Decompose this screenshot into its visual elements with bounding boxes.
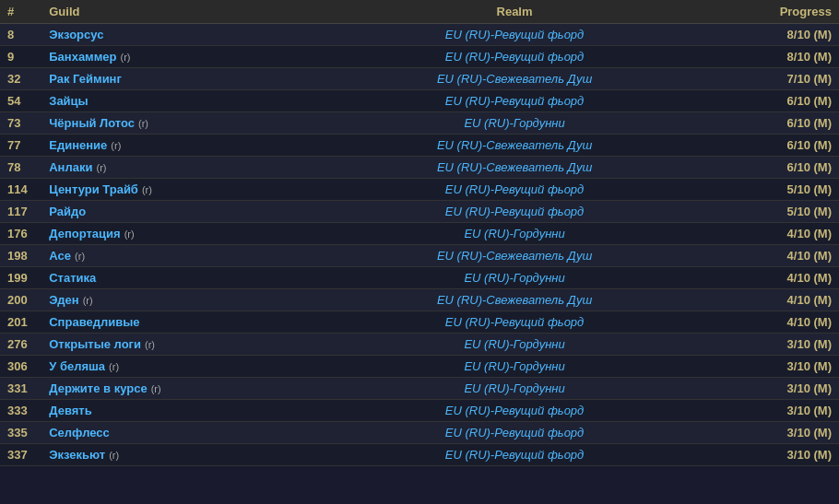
realm-cell[interactable]: EU (RU)-Ревущий фьорд <box>329 46 700 68</box>
guild-name-link[interactable]: Единение <box>49 138 107 152</box>
realm-link[interactable]: EU (RU)-Ревущий фьорд <box>445 182 585 196</box>
realm-cell[interactable]: EU (RU)-Ревущий фьорд <box>329 179 700 201</box>
table-row: 32Рак ГеймингEU (RU)-Свежеватель Душ7/10… <box>0 68 839 90</box>
guild-cell[interactable]: Ace(r) <box>41 245 329 267</box>
r-tag: (r) <box>111 140 121 151</box>
realm-cell[interactable]: EU (RU)-Гордунни <box>329 334 700 356</box>
realm-cell[interactable]: EU (RU)-Ревущий фьорд <box>329 422 700 444</box>
realm-link[interactable]: EU (RU)-Гордунни <box>464 271 564 285</box>
guild-name-link[interactable]: Эден <box>49 293 78 307</box>
guild-cell[interactable]: Статика <box>41 267 329 289</box>
realm-link[interactable]: EU (RU)-Свежеватель Душ <box>437 138 592 152</box>
guild-name-link[interactable]: Селфлесс <box>49 426 110 440</box>
realm-link[interactable]: EU (RU)-Ревущий фьорд <box>445 426 585 440</box>
realm-cell[interactable]: EU (RU)-Гордунни <box>329 267 700 289</box>
realm-link[interactable]: EU (RU)-Гордунни <box>464 116 564 130</box>
guild-cell[interactable]: У беляша(r) <box>41 356 329 378</box>
guild-name-link[interactable]: Открытые логи <box>49 337 141 351</box>
table-row: 114Центури Трайб(r)EU (RU)-Ревущий фьорд… <box>0 179 839 201</box>
realm-cell[interactable]: EU (RU)-Свежеватель Душ <box>329 245 700 267</box>
guild-cell[interactable]: Рак Гейминг <box>41 68 329 90</box>
guild-name-link[interactable]: Центури Трайб <box>49 182 138 196</box>
guild-cell[interactable]: Селфлесс <box>41 422 329 444</box>
table-row: 333ДевятьEU (RU)-Ревущий фьорд3/10 (M) <box>0 400 839 422</box>
realm-cell[interactable]: EU (RU)-Гордунни <box>329 356 700 378</box>
r-tag: (r) <box>96 162 106 173</box>
table-row: 117РайдоEU (RU)-Ревущий фьорд5/10 (M) <box>0 201 839 223</box>
guild-cell[interactable]: Чёрный Лотос(r) <box>41 112 329 135</box>
progress-cell: 7/10 (M) <box>700 68 839 90</box>
progress-cell: 3/10 (M) <box>700 400 839 422</box>
rank-cell: 114 <box>0 179 41 201</box>
guild-name-link[interactable]: Анлаки <box>49 160 92 174</box>
guild-name-link[interactable]: Ace <box>49 249 71 263</box>
realm-cell[interactable]: EU (RU)-Гордунни <box>329 378 700 400</box>
rank-cell: 32 <box>0 68 41 90</box>
realm-cell[interactable]: EU (RU)-Гордунни <box>329 112 700 135</box>
realm-cell[interactable]: EU (RU)-Ревущий фьорд <box>329 444 700 466</box>
rank-cell: 198 <box>0 245 41 267</box>
guild-name-link[interactable]: Райдо <box>49 205 86 218</box>
realm-cell[interactable]: EU (RU)-Свежеватель Душ <box>329 135 700 157</box>
realm-link[interactable]: EU (RU)-Свежеватель Душ <box>437 160 592 174</box>
guild-name-link[interactable]: Держите в курсе <box>49 381 147 395</box>
realm-cell[interactable]: EU (RU)-Гордунни <box>329 223 700 245</box>
guild-cell[interactable]: Экзорсус <box>41 24 329 46</box>
guild-cell[interactable]: Единение(r) <box>41 135 329 157</box>
guild-cell[interactable]: Эден(r) <box>41 289 329 311</box>
table-row: 78Анлаки(r)EU (RU)-Свежеватель Душ6/10 (… <box>0 157 839 179</box>
realm-link[interactable]: EU (RU)-Ревущий фьорд <box>445 404 585 417</box>
guild-name-link[interactable]: Депортация <box>49 227 120 240</box>
realm-link[interactable]: EU (RU)-Гордунни <box>464 359 564 373</box>
guild-cell[interactable]: Девять <box>41 400 329 422</box>
realm-link[interactable]: EU (RU)-Ревущий фьорд <box>445 448 585 462</box>
rank-cell: 200 <box>0 289 41 311</box>
guild-name-link[interactable]: Справедливые <box>49 315 139 329</box>
table-row: 201СправедливыеEU (RU)-Ревущий фьорд4/10… <box>0 311 839 334</box>
realm-link[interactable]: EU (RU)-Свежеватель Душ <box>437 72 592 86</box>
guild-cell[interactable]: Анлаки(r) <box>41 157 329 179</box>
realm-link[interactable]: EU (RU)-Свежеватель Душ <box>437 249 592 263</box>
realm-cell[interactable]: EU (RU)-Свежеватель Душ <box>329 68 700 90</box>
realm-link[interactable]: EU (RU)-Ревущий фьорд <box>445 94 585 108</box>
guild-cell[interactable]: Открытые логи(r) <box>41 334 329 356</box>
guild-cell[interactable]: Зайцы <box>41 90 329 112</box>
rank-header: # <box>0 0 41 24</box>
progress-cell: 6/10 (M) <box>700 135 839 157</box>
guild-cell[interactable]: Центури Трайб(r) <box>41 179 329 201</box>
progress-cell: 4/10 (M) <box>700 311 839 334</box>
realm-link[interactable]: EU (RU)-Гордунни <box>464 381 564 395</box>
guild-cell[interactable]: Держите в курсе(r) <box>41 378 329 400</box>
progress-cell: 3/10 (M) <box>700 444 839 466</box>
realm-link[interactable]: EU (RU)-Ревущий фьорд <box>445 205 585 218</box>
rank-cell: 333 <box>0 400 41 422</box>
realm-link[interactable]: EU (RU)-Ревущий фьорд <box>445 28 585 41</box>
guild-cell[interactable]: Депортация(r) <box>41 223 329 245</box>
realm-link[interactable]: EU (RU)-Гордунни <box>464 227 564 240</box>
guild-cell[interactable]: Банхаммер(r) <box>41 46 329 68</box>
guild-cell[interactable]: Справедливые <box>41 311 329 334</box>
guild-name-link[interactable]: Девять <box>49 404 91 417</box>
realm-cell[interactable]: EU (RU)-Ревущий фьорд <box>329 400 700 422</box>
realm-link[interactable]: EU (RU)-Ревущий фьорд <box>445 50 585 64</box>
realm-cell[interactable]: EU (RU)-Ревущий фьорд <box>329 311 700 334</box>
guild-name-link[interactable]: Рак Гейминг <box>49 72 122 86</box>
realm-cell[interactable]: EU (RU)-Ревущий фьорд <box>329 24 700 46</box>
guild-name-link[interactable]: Чёрный Лотос <box>49 116 135 130</box>
guild-name-link[interactable]: Экзекьют <box>49 448 105 462</box>
guild-name-link[interactable]: Экзорсус <box>49 28 103 41</box>
realm-cell[interactable]: EU (RU)-Свежеватель Душ <box>329 157 700 179</box>
realm-cell[interactable]: EU (RU)-Свежеватель Душ <box>329 289 700 311</box>
guild-name-link[interactable]: У беляша <box>49 359 105 373</box>
realm-link[interactable]: EU (RU)-Свежеватель Душ <box>437 293 592 307</box>
guild-cell[interactable]: Экзекьют(r) <box>41 444 329 466</box>
realm-link[interactable]: EU (RU)-Гордунни <box>464 337 564 351</box>
guild-cell[interactable]: Райдо <box>41 201 329 223</box>
rank-cell: 117 <box>0 201 41 223</box>
realm-link[interactable]: EU (RU)-Ревущий фьорд <box>445 315 585 329</box>
guild-name-link[interactable]: Статика <box>49 271 96 285</box>
guild-name-link[interactable]: Зайцы <box>49 94 88 108</box>
guild-name-link[interactable]: Банхаммер <box>49 50 116 64</box>
realm-cell[interactable]: EU (RU)-Ревущий фьорд <box>329 90 700 112</box>
realm-cell[interactable]: EU (RU)-Ревущий фьорд <box>329 201 700 223</box>
